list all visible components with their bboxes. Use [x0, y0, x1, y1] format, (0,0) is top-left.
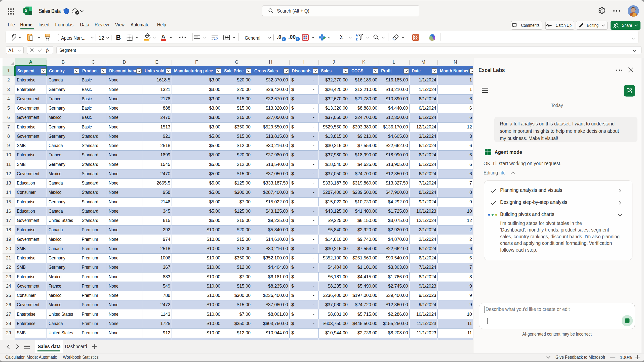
svg-text:Z: Z: [356, 38, 357, 41]
svg-text:A: A: [356, 34, 358, 37]
svg-text:X: X: [25, 9, 27, 13]
